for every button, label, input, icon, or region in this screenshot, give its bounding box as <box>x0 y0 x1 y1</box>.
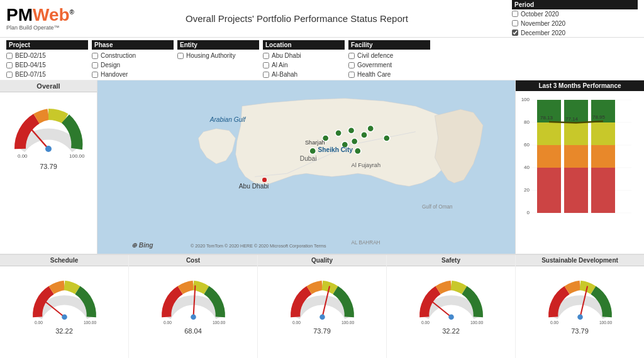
filters-row: Project BED-02/15 BED-04/15 BED-07/15 Ph… <box>0 38 644 80</box>
map-copyright: © 2020 TomTom © 2020 HERE © 2020 Microso… <box>191 244 326 249</box>
logo-web: Web <box>33 5 70 24</box>
svg-text:20: 20 <box>524 187 530 193</box>
period-checkbox-1[interactable] <box>512 11 518 17</box>
svg-rect-24 <box>537 122 561 145</box>
svg-text:60: 60 <box>524 142 530 148</box>
filter-phase: Phase Construction Design Handover <box>92 40 174 77</box>
svg-text:0.00: 0.00 <box>550 320 558 325</box>
logo-reg: ® <box>70 9 74 16</box>
safety-gauge-svg: 0.00 100.00 <box>415 266 487 326</box>
bar-chart-svg: 100 80 60 40 20 0 <box>518 94 635 216</box>
logo: PMWeb® Plan Build Operate™ <box>6 6 82 31</box>
svg-rect-26 <box>537 168 561 213</box>
svg-text:77.14: 77.14 <box>565 116 579 122</box>
project-item-1[interactable]: BED-02/15 <box>6 51 88 60</box>
svg-rect-29 <box>564 145 588 168</box>
period-checkbox-2[interactable] <box>512 20 518 26</box>
map-label-abudhabi: Abu Dhabi <box>239 183 269 190</box>
map-label-sharjah: Sharjah <box>305 139 325 146</box>
svg-text:40: 40 <box>524 165 530 170</box>
filter-facility: Facility Civil defence Government Health… <box>348 40 430 77</box>
project-item-3[interactable]: BED-07/15 <box>6 70 88 79</box>
filter-location: Location Abu Dhabi Al Ain Al-Bahah <box>263 40 345 77</box>
period-item-1[interactable]: October 2020 <box>512 9 638 19</box>
logo-sub: Plan Build Operate™ <box>6 24 82 31</box>
svg-point-41 <box>62 314 67 320</box>
svg-text:100.00: 100.00 <box>470 320 483 325</box>
svg-text:Nov 22: Nov 22 <box>536 215 553 216</box>
facility-item-2[interactable]: Government <box>348 60 430 70</box>
facility-item-1[interactable]: Civil defence <box>348 51 430 60</box>
cost-gauge-svg: 0.00 100.00 <box>157 266 230 326</box>
gauge-value-quality: 73.79 <box>313 327 331 335</box>
facility-item-3[interactable]: Health Care <box>348 70 430 79</box>
gauge-value-safety: 32.22 <box>442 327 460 335</box>
svg-text:80: 80 <box>524 119 530 125</box>
city-dot-3 <box>348 127 354 134</box>
app-container: PMWeb® Plan Build Operate™ Overall Proje… <box>0 0 644 358</box>
map-label-gulfofoman: Gulf of Oman <box>422 204 453 210</box>
quality-gauge-svg: 0.00 100.00 <box>286 266 358 326</box>
period-section: Period October 2020 November 2020 Decemb… <box>512 0 638 38</box>
gauge-panel-schedule: Schedule 0.00 100.00 32.22 <box>0 255 129 358</box>
overall-title: Overall <box>0 80 97 92</box>
gauge-title-cost: Cost <box>129 255 257 266</box>
svg-text:78.95: 78.95 <box>592 114 606 120</box>
filter-entity: Entity Housing Authority <box>177 40 259 77</box>
map-svg: Arabian Gulf Sharjah Sheikh City Dubai A… <box>97 80 515 254</box>
entity-item-1[interactable]: Housing Authority <box>177 51 259 60</box>
chart-body: 100 80 60 40 20 0 <box>516 91 644 254</box>
map-label-dubai: Dubai <box>300 155 317 162</box>
svg-text:100.00: 100.00 <box>69 153 85 159</box>
svg-rect-30 <box>564 168 588 213</box>
location-item-3[interactable]: Al-Bahah <box>263 70 345 79</box>
phase-item-2[interactable]: Design <box>92 60 174 70</box>
gauge-title-quality: Quality <box>258 255 386 266</box>
svg-text:0.00: 0.00 <box>35 320 43 325</box>
gauge-title-schedule: Schedule <box>0 255 128 266</box>
city-dot-5 <box>352 138 358 144</box>
map-label-albahrah: AL BAHRAH <box>352 240 380 246</box>
overall-panel: Overall 0.00 100.00 <box>0 80 97 254</box>
period-item-3[interactable]: December 2020 <box>512 28 638 38</box>
city-dot-9 <box>355 148 361 154</box>
gauge-title-safety: Safety <box>387 255 515 266</box>
svg-point-45 <box>191 314 196 320</box>
bing-watermark: ⊕ Bing <box>131 242 153 249</box>
phase-item-1[interactable]: Construction <box>92 51 174 60</box>
svg-text:0.00: 0.00 <box>164 320 172 325</box>
svg-rect-34 <box>591 168 615 213</box>
location-item-2[interactable]: Al Ain <box>263 60 345 70</box>
filter-project-label: Project <box>6 40 88 50</box>
svg-rect-32 <box>591 122 615 145</box>
phase-item-3[interactable]: Handover <box>92 70 174 79</box>
period-label: Period <box>512 0 638 9</box>
chart-panel: Last 3 Months Performance 100 80 60 40 2… <box>515 80 644 254</box>
period-checkbox-3[interactable] <box>512 30 518 36</box>
svg-text:0.00: 0.00 <box>18 153 28 159</box>
map-label-gulf: Arabian Gulf <box>209 116 247 123</box>
svg-point-49 <box>319 314 325 320</box>
gauge-value-sustainable: 73.79 <box>571 327 589 335</box>
gauge-value-schedule: 32.22 <box>55 327 73 335</box>
project-item-2[interactable]: BED-04/15 <box>6 60 88 70</box>
city-dot-2 <box>335 130 341 136</box>
gauge-title-sustainable: Sustainable Development <box>516 255 644 266</box>
city-dot-6 <box>367 126 374 132</box>
svg-point-57 <box>577 314 583 320</box>
gauge-panel-safety: Safety 0.00 100.00 32.22 <box>387 255 516 358</box>
filter-location-label: Location <box>263 40 345 50</box>
overall-gauge-svg: 0.00 100.00 <box>8 92 89 161</box>
period-item-2[interactable]: November 2020 <box>512 19 638 28</box>
page-title: Overall Projects' Portfolio Performance … <box>82 13 512 24</box>
svg-rect-33 <box>591 145 615 168</box>
overall-value: 73.79 <box>40 163 57 170</box>
svg-point-1 <box>45 146 52 152</box>
filter-facility-label: Facility <box>348 40 430 50</box>
svg-text:0: 0 <box>527 210 530 215</box>
location-item-1[interactable]: Abu Dhabi <box>263 51 345 60</box>
gauge-value-cost: 68.04 <box>184 327 202 335</box>
svg-marker-5 <box>236 99 461 187</box>
city-dot-10 <box>384 135 390 141</box>
city-dot-8 <box>309 148 316 154</box>
